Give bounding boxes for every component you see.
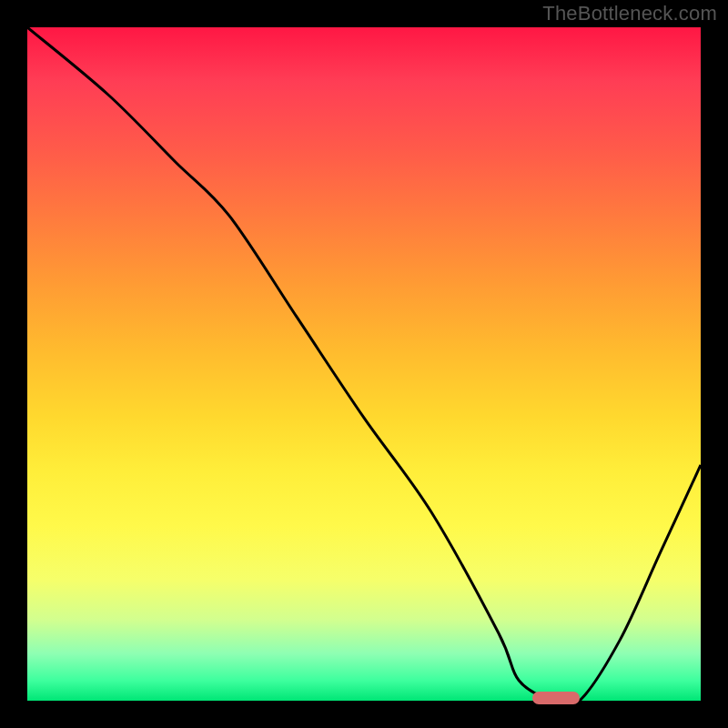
bottleneck-curve xyxy=(27,27,701,701)
chart-container: TheBottleneck.com xyxy=(0,0,728,728)
watermark-text: TheBottleneck.com xyxy=(542,2,717,25)
curve-path xyxy=(27,27,701,701)
optimal-range-marker xyxy=(532,692,580,704)
